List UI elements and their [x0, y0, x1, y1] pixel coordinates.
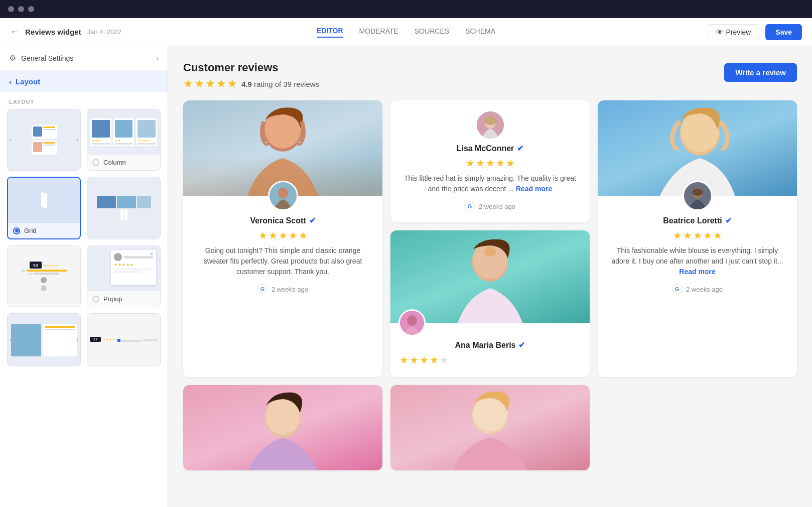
- write-review-button[interactable]: Write a review: [724, 63, 797, 82]
- save-button[interactable]: Save: [765, 24, 802, 40]
- bs2: ★: [683, 229, 692, 241]
- column-stars-1: ★ ★ ★: [92, 139, 110, 142]
- tab-sources[interactable]: SOURCES: [415, 27, 449, 37]
- layout-option-table[interactable]: 5.0 ★ ★ ★ ★ ★: [87, 313, 161, 366]
- review-card-beatrice: Beatrice Loretti ✔ ★ ★ ★ ★ ★ This fashio…: [598, 100, 797, 377]
- lisa-name: Lisa McConner ✔: [399, 144, 581, 153]
- column-img-1: [92, 120, 110, 138]
- review-card-pink: [183, 385, 382, 470]
- layout-option-grid[interactable]: Grid: [7, 177, 81, 239]
- column-label-row: Column: [87, 155, 160, 170]
- ana-avatar: [398, 309, 426, 336]
- ts2: ★: [106, 337, 108, 341]
- popup-radio[interactable]: [92, 296, 99, 303]
- back-button[interactable]: ←: [10, 27, 19, 37]
- vs5: ★: [299, 229, 308, 241]
- column-label: Column: [103, 159, 126, 166]
- ns-img-3: [137, 196, 151, 208]
- layout-header[interactable]: ‹ Layout: [0, 70, 168, 92]
- layout-option-popup[interactable]: ✕ ★ ★ ★ ★ ★: [87, 245, 161, 307]
- lisa-read-more[interactable]: Read more: [516, 185, 552, 193]
- ts1: ★: [103, 337, 105, 341]
- page-thumb: 5.0 ★ ★ ★ ★ ★: [8, 246, 80, 307]
- carousel-line-2: [43, 129, 55, 130]
- svg-point-3: [278, 188, 288, 199]
- titlebar: [0, 0, 812, 18]
- table-thumb: 5.0 ★ ★ ★ ★ ★: [87, 314, 160, 366]
- ls1: ★: [466, 157, 475, 169]
- table-row-1: [120, 340, 142, 342]
- table-label-row: Table: [87, 366, 160, 366]
- eye-icon: 👁: [716, 28, 723, 36]
- vs2: ★: [268, 229, 278, 241]
- tab-moderate[interactable]: MODERATE: [359, 27, 398, 37]
- column-line-1: [92, 143, 110, 145]
- window-dot-2: [18, 6, 24, 12]
- review-card-ana: Ana Maria Beris ✔ ★ ★ ★ ★ ★: [390, 230, 590, 377]
- layout-option-page[interactable]: 5.0 ★ ★ ★ ★ ★: [7, 245, 81, 307]
- column-radio[interactable]: [92, 159, 99, 166]
- reviews-header: Customer reviews ★ ★ ★ ★ ★ 4.9 rating of…: [183, 61, 797, 90]
- tab-editor[interactable]: EDITOR: [317, 27, 343, 38]
- lisa-avatar-svg: [477, 111, 504, 139]
- carousel-lines-2: [43, 142, 55, 153]
- layout-option-slider[interactable]: ‹ › Slider: [7, 313, 81, 366]
- veronica-avatar-svg: [269, 182, 297, 209]
- page-bar-1: [27, 270, 67, 272]
- ls4: ★: [496, 157, 505, 169]
- popup-user-row: [114, 253, 153, 261]
- column-img-3: [138, 120, 156, 138]
- cs4: ★: [115, 139, 117, 142]
- beatrice-source: G 2 weeks ago: [607, 284, 788, 294]
- popup-label-row: Popup: [87, 291, 160, 307]
- cs2: ★: [95, 139, 97, 142]
- general-settings-left: ⚙ General Settings: [9, 53, 73, 63]
- popup-stars: ★ ★ ★ ★ ★: [114, 263, 153, 267]
- review-card-lisa: Lisa McConner ✔ ★ ★ ★ ★ ★ This little re…: [390, 100, 590, 222]
- page-label-row: Page: [8, 307, 80, 307]
- column-thumb: ★ ★ ★ ★ ★: [87, 109, 160, 155]
- popup-close-icon: ✕: [150, 251, 154, 257]
- beatrice-read-more[interactable]: Read more: [679, 268, 715, 276]
- layout-option-new-slider[interactable]: New Slider: [87, 177, 161, 239]
- tab-schema[interactable]: SCHEMA: [465, 27, 495, 37]
- layout-section-label: LAYOUT: [0, 92, 168, 109]
- ana-text-area: Ana Maria Beris ✔ ★ ★ ★ ★ ★: [390, 336, 590, 377]
- topnav: ← Reviews widget Jan 4, 2022 EDITOR MODE…: [0, 18, 812, 46]
- carousel-thumb: ‹: [8, 109, 80, 170]
- ps4: ★: [53, 264, 55, 267]
- preview-button[interactable]: 👁 Preview: [708, 24, 760, 40]
- column-line-3: [138, 143, 156, 145]
- sidebar: ⚙ General Settings › ‹ Layout LAYOUT ‹: [0, 46, 168, 507]
- chevron-left-icon: ‹: [9, 77, 12, 86]
- page-bar-2: [34, 273, 59, 275]
- grid-radio[interactable]: [13, 227, 20, 234]
- vs3: ★: [279, 229, 288, 241]
- beatrice-card-body: Beatrice Loretti ✔ ★ ★ ★ ★ ★ This fashio…: [598, 216, 797, 302]
- veronica-avatar: [268, 181, 298, 211]
- ts3: ★: [109, 337, 111, 341]
- beatrice-verified-icon: ✔: [725, 216, 732, 225]
- table-row-2: [142, 339, 158, 341]
- lisa-avatar: [477, 111, 504, 139]
- lisa-source: G 2 weeks ago: [399, 201, 581, 211]
- layout-option-column[interactable]: ★ ★ ★ ★ ★: [87, 109, 161, 171]
- grid-radio-inner: [15, 229, 19, 232]
- table-header-row: 5.0 ★ ★ ★ ★ ★: [90, 337, 117, 342]
- overall-star-5: ★: [227, 77, 237, 90]
- layout-option-carousel[interactable]: ‹: [7, 109, 81, 171]
- pink-person-svg: [183, 385, 382, 470]
- topnav-right: 👁 Preview Save: [604, 24, 802, 40]
- ns-row-1: [97, 196, 151, 208]
- ls2: ★: [476, 157, 485, 169]
- carousel-right-arrow: ›: [77, 137, 78, 143]
- main-layout: ⚙ General Settings › ‹ Layout LAYOUT ‹: [0, 46, 812, 507]
- as2: ★: [410, 354, 419, 366]
- column-item-2: ★ ★: [113, 118, 134, 146]
- vs1: ★: [258, 229, 267, 241]
- slider-line: [45, 329, 75, 330]
- general-settings-section[interactable]: ⚙ General Settings ›: [0, 46, 168, 70]
- svg-point-11: [407, 315, 417, 326]
- grid-label-row: Grid: [8, 223, 80, 238]
- table-score-text: 5.0: [94, 338, 97, 341]
